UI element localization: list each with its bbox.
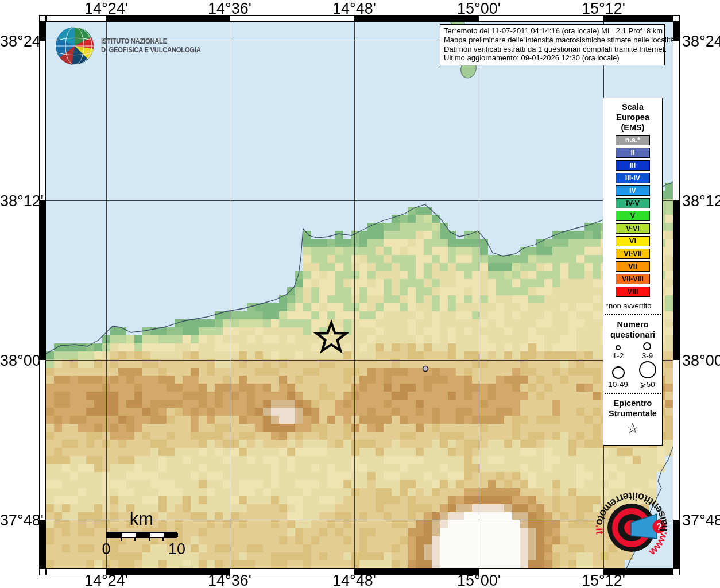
lon-label-top-15°12': 15°12' (576, 0, 631, 18)
title-line: Strumentale (603, 408, 662, 419)
frame-corner (673, 568, 680, 575)
legend-questionnaire-title: Numeroquestionari (603, 319, 662, 340)
legend-class-v-vi: V-VI (616, 223, 650, 234)
lon-label-bottom-15°00': 15°00' (451, 572, 506, 588)
lat-label-left-38°24': 38°24' (0, 33, 37, 51)
lat-label-left-38°00': 38°00' (0, 352, 37, 370)
size-label: 10-49 (608, 380, 628, 389)
questionnaire-size-10-49: 10-49 (608, 366, 628, 389)
scalebar-unit-label: km (106, 509, 177, 529)
legend-questionnaire-sizes: 1-23-910-49⩾50 (603, 342, 662, 389)
ingv-wordmark-line2: DI GEOFISICA E VULCANOLOGIA (101, 46, 201, 55)
legend-divider-2 (605, 393, 661, 394)
ingv-wordmark-line1: ISTITUTO NAZIONALE (101, 37, 201, 46)
size-circle-icon (643, 342, 651, 350)
title-line: Europea (603, 112, 662, 122)
title-line: Epicentro (603, 398, 662, 408)
title-line: Numero (603, 319, 662, 330)
legend-box: ScalaEuropea(EMS) n.a.*IIIIIIII-IVIVIV-V… (603, 98, 663, 446)
legend-scale-title: ScalaEuropea(EMS) (603, 102, 662, 133)
lat-label-left-38°12': 38°12' (0, 192, 37, 210)
legend-footnote: *non avvertito (606, 301, 662, 310)
scalebar-end-label: 10 (165, 540, 188, 558)
info-line-4: Ultimo aggiornamento: 09-01-2026 12:30 (… (444, 53, 661, 63)
lat-label-right-38°12': 38°12' (682, 192, 720, 210)
legend-class-iv: IV (616, 185, 650, 196)
ingv-wordmark: ISTITUTO NAZIONALE DI GEOFISICA E VULCAN… (101, 37, 201, 55)
lon-label-top-15°00': 15°00' (451, 0, 506, 18)
legend-epicenter-title: EpicentroStrumentale (603, 398, 662, 419)
legend-class-iii: III (616, 160, 650, 171)
frame-left (39, 22, 46, 568)
legend-divider-1 (605, 314, 661, 315)
watermark-it: .it (594, 525, 606, 536)
size-label: ⩾50 (640, 380, 655, 389)
legend-class-ii: II (616, 148, 650, 158)
title-line: questionari (603, 330, 662, 340)
legend-class-iv-v: IV-V (616, 198, 650, 208)
lat-label-right-38°24': 38°24' (682, 33, 720, 51)
lat-label-left-37°48': 37°48' (0, 512, 37, 529)
lon-label-top-14°36': 14°36' (202, 0, 257, 18)
frame-corner (673, 15, 680, 22)
legend-class-iii-iv: III-IV (616, 173, 650, 183)
size-circle-icon (612, 366, 625, 379)
frame-right (673, 22, 680, 568)
lon-label-top-14°48': 14°48' (327, 0, 382, 18)
size-circle-icon (639, 361, 656, 378)
lon-label-top-14°24': 14°24' (79, 0, 134, 18)
ingv-globe-icon (54, 25, 95, 67)
legend-class-v: V (616, 211, 650, 221)
haisentitoilterremoto-logo: ? www.haisentitoilterremoto.it (583, 479, 680, 577)
legend-class-vi: VI (616, 236, 650, 246)
topographic-map (46, 22, 673, 568)
info-line-3: Dati non verificati estratti da 1 questi… (444, 45, 661, 54)
lat-label-right-38°00': 38°00' (682, 352, 720, 370)
lon-label-bottom-14°48': 14°48' (327, 572, 382, 588)
scalebar-tick (121, 537, 122, 541)
frame-black-segment (40, 200, 45, 360)
questionnaire-size-⩾50: ⩾50 (639, 361, 656, 389)
legend-class-vii-viii: VII-VIII (616, 274, 650, 284)
legend-class-viii: VIII (616, 287, 650, 297)
frame-black-segment (673, 200, 679, 360)
title-line: Scala (603, 102, 662, 112)
legend-class-n-a-: n.a.* (616, 135, 650, 145)
frame-corner (39, 568, 46, 575)
scalebar-tick (162, 537, 164, 541)
info-line-2: Mappa preliminare delle intensità macros… (444, 36, 661, 45)
scalebar-tick (149, 537, 150, 541)
frame-black-segment (673, 22, 679, 41)
title-line: (EMS) (603, 122, 662, 133)
legend-class-vii: VII (616, 261, 650, 272)
legend-class-vi-vii: VI-VII (616, 249, 650, 259)
size-circle-icon (616, 345, 621, 350)
lat-label-right-37°48': 37°48' (682, 512, 720, 529)
ingv-logo: ISTITUTO NAZIONALE DI GEOFISICA E VULCAN… (54, 25, 212, 67)
questionnaire-size-1-2: 1-2 (613, 345, 624, 360)
legend-intensity-chips: n.a.*IIIIIIII-IVIVIV-VVV-VIVIVI-VIIVIIVI… (603, 135, 662, 297)
questionnaire-size-3-9: 3-9 (642, 342, 653, 360)
size-label: 3-9 (642, 351, 653, 360)
legend-epicenter-star-icon: ☆ (603, 420, 662, 435)
scalebar-start-label: 0 (98, 540, 115, 558)
lon-label-bottom-15°12': 15°12' (576, 572, 631, 588)
info-line-1: Terremoto del 11-07-2011 04:14:16 (ora l… (444, 26, 661, 36)
frame-black-segment (673, 520, 679, 568)
earthquake-info-box: Terremoto del 11-07-2011 04:14:16 (ora l… (440, 24, 665, 65)
lon-label-bottom-14°24': 14°24' (79, 572, 134, 588)
lon-label-bottom-14°36': 14°36' (202, 572, 257, 588)
frame-corner (39, 15, 46, 22)
size-label: 1-2 (613, 351, 624, 360)
scalebar (106, 532, 177, 538)
intensity-map-page: ISTITUTO NAZIONALE DI GEOFISICA E VULCAN… (0, 0, 720, 588)
scalebar-tick (134, 537, 136, 541)
